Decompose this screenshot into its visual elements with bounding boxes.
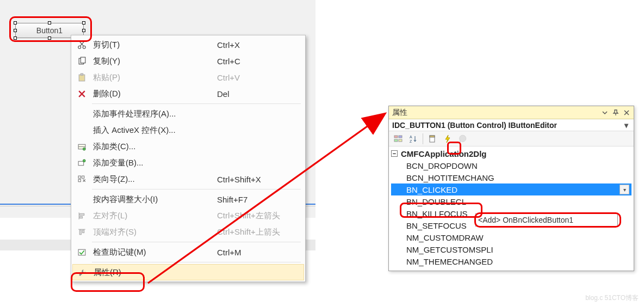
menu-item[interactable]: 添加类(C)... — [72, 138, 304, 155]
svg-rect-13 — [79, 213, 84, 215]
event-name: BN_CLICKED — [406, 185, 457, 194]
menu-separator — [92, 189, 301, 189]
watermark: blog.c 51CTO博客 — [585, 293, 639, 303]
properties-titlebar[interactable]: 属性 — [389, 106, 634, 119]
svg-point-9 — [83, 160, 85, 162]
properties-subtitle[interactable]: IDC_BUTTON1 (Button Control) IButtonEdit… — [389, 119, 634, 131]
resize-handle[interactable] — [48, 36, 51, 40]
menu-item-label: 剪切(T) — [91, 40, 217, 50]
resize-handle[interactable] — [14, 21, 17, 25]
pin-icon[interactable] — [611, 108, 621, 118]
event-row[interactable]: BN_CLICKED▾ — [391, 183, 631, 195]
menu-item-label: 检查助记键(M) — [91, 247, 217, 258]
event-name: NM_GETCUSTOMSPLI — [406, 245, 493, 254]
event-row[interactable]: NM_THEMECHANGED — [391, 255, 631, 267]
menu-item[interactable]: 按内容调整大小(I)Shift+F7 — [72, 191, 304, 207]
chevron-down-icon[interactable]: ▾ — [622, 119, 630, 131]
menu-item-label: 复制(Y) — [91, 56, 217, 66]
menu-item-shortcut: Shift+F7 — [217, 195, 304, 204]
event-group[interactable]: − CMFCApplication2Dlg — [391, 148, 631, 160]
menu-item-label: 粘贴(P) — [91, 72, 217, 83]
event-row[interactable]: BCN_DROPDOWN — [391, 160, 631, 172]
menu-item-label: 按内容调整大小(I) — [91, 194, 217, 205]
events-icon[interactable] — [442, 133, 454, 145]
event-name: BN_KILLFOCUS — [406, 209, 468, 218]
menu-item-label: 类向导(Z)... — [91, 174, 217, 185]
menu-item[interactable]: 添加变量(B)... — [72, 155, 304, 171]
svg-rect-4 — [79, 75, 85, 81]
menu-item[interactable]: 剪切(T)Ctrl+X — [72, 36, 304, 53]
event-name: NM_CUSTOMDRAW — [406, 233, 484, 242]
messages-icon[interactable] — [457, 133, 469, 145]
resize-handle[interactable] — [14, 29, 17, 32]
menu-item[interactable]: 复制(Y)Ctrl+C — [72, 53, 304, 69]
properties-toolbar: AZ — [389, 131, 634, 146]
menu-item[interactable]: 添加事件处理程序(A)... — [72, 106, 304, 122]
event-name: BCN_HOTITEMCHANG — [406, 173, 494, 182]
menu-separator — [92, 262, 301, 262]
menu-item-label: 添加事件处理程序(A)... — [91, 109, 217, 119]
alphabetical-icon[interactable]: AZ — [407, 133, 419, 145]
resize-handle[interactable] — [48, 21, 51, 25]
svg-rect-5 — [81, 74, 83, 75]
svg-rect-14 — [79, 216, 82, 218]
menu-item-shortcut: Ctrl+V — [217, 73, 304, 82]
menu-separator — [92, 242, 301, 242]
menu-item-shortcut: Del — [217, 89, 304, 99]
align-t-icon — [72, 224, 91, 240]
menu-item-label: 顶端对齐(S) — [91, 227, 217, 237]
svg-point-7 — [83, 148, 85, 150]
menu-item-shortcut: Ctrl+Shift+X — [217, 175, 304, 184]
menu-item-label: 插入 ActiveX 控件(X)... — [91, 125, 217, 136]
collapse-icon[interactable]: − — [391, 150, 398, 157]
wrench-icon — [73, 265, 91, 280]
menu-item-label: 添加变量(B)... — [91, 158, 217, 168]
svg-rect-16 — [82, 230, 84, 232]
menu-item-shortcut: Ctrl+Shift+左箭头 — [217, 211, 304, 221]
svg-rect-19 — [394, 139, 398, 142]
svg-rect-17 — [78, 249, 85, 255]
add-handler-popup[interactable]: <Add> OnBnClickedButton1 — [475, 213, 618, 227]
svg-point-0 — [78, 46, 81, 48]
menu-item: 顶端对齐(S)Ctrl+Shift+上箭头 — [72, 224, 304, 240]
button1-label: Button1 — [36, 26, 63, 35]
svg-rect-18 — [394, 136, 398, 138]
menu-item-shortcut: Ctrl+C — [217, 57, 304, 66]
menu-item[interactable]: 类向导(Z)...Ctrl+Shift+X — [72, 171, 304, 187]
close-icon[interactable] — [622, 108, 631, 118]
menu-item-shortcut: Ctrl+M — [217, 248, 304, 257]
properties-panel: 属性 IDC_BUTTON1 (Button Control) IButtonE… — [388, 106, 634, 271]
svg-rect-15 — [79, 230, 81, 235]
resize-handle[interactable] — [82, 29, 85, 32]
resize-handle[interactable] — [82, 21, 85, 25]
menu-item[interactable]: 删除(D)Del — [72, 85, 304, 102]
blank-icon — [72, 122, 91, 138]
event-row[interactable]: BCN_HOTITEMCHANG — [391, 172, 631, 183]
properties-event-list: − CMFCApplication2Dlg BCN_DROPDOWNBCN_HO… — [389, 146, 634, 271]
menu-item[interactable]: 插入 ActiveX 控件(X)... — [72, 122, 304, 138]
menu-item[interactable]: 检查助记键(M)Ctrl+M — [72, 244, 304, 260]
event-row[interactable]: NM_GETCUSTOMSPLI — [391, 243, 631, 255]
svg-rect-10 — [78, 176, 81, 178]
menu-separator — [92, 103, 301, 104]
align-l-icon — [72, 207, 91, 224]
menu-item: 粘贴(P)Ctrl+V — [72, 69, 304, 85]
var-icon — [72, 155, 91, 171]
chevron-down-icon[interactable]: ▾ — [620, 185, 629, 194]
event-row[interactable]: BN_DOUBLECL — [391, 195, 631, 207]
menu-item-label: 左对齐(L) — [91, 211, 217, 221]
event-name: NM_THEMECHANGED — [406, 257, 493, 266]
svg-text:A: A — [410, 135, 412, 139]
categorized-icon[interactable] — [392, 133, 404, 145]
menu-item-shortcut: Ctrl+Shift+上箭头 — [217, 227, 304, 237]
resize-handle[interactable] — [14, 36, 17, 40]
copy-icon — [72, 53, 91, 69]
menu-item-shortcut: Ctrl+X — [217, 40, 304, 50]
dropdown-icon[interactable] — [600, 108, 610, 118]
event-row[interactable]: NM_CUSTOMDRAW — [391, 231, 631, 243]
properties-page-icon[interactable] — [426, 133, 438, 145]
delete-icon — [72, 85, 91, 102]
menu-item[interactable]: 属性(R) — [72, 264, 304, 280]
context-menu: 剪切(T)Ctrl+X复制(Y)Ctrl+C粘贴(P)Ctrl+V删除(D)De… — [71, 35, 306, 282]
event-name: BN_SETFOCUS — [406, 221, 467, 230]
